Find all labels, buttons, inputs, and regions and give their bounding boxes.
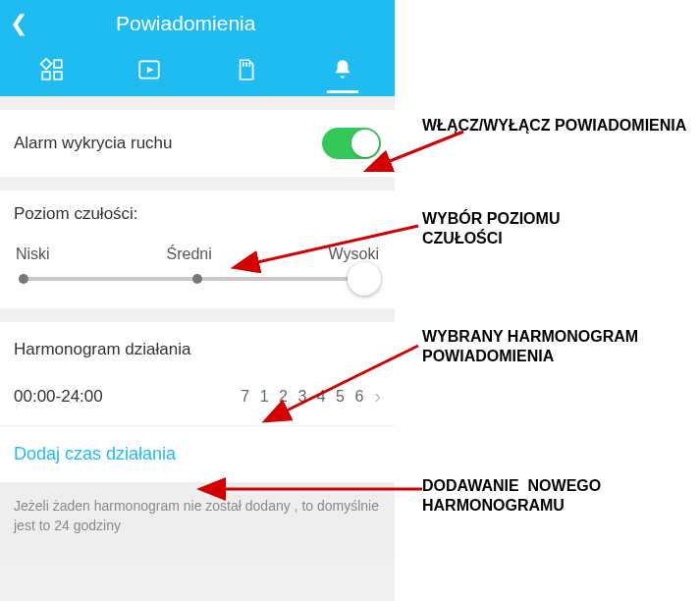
schedule-days-wrap: 7 1 2 3 4 5 6 › <box>241 385 381 408</box>
toggle-knob <box>351 130 379 157</box>
add-schedule-button[interactable]: Dodaj czas działania <box>0 426 395 482</box>
motion-alarm-row: Alarm wykrycia ruchu <box>0 110 395 177</box>
slider-tick-low <box>19 274 28 284</box>
tab-storage[interactable] <box>222 50 269 93</box>
svg-rect-1 <box>54 60 62 68</box>
sensitivity-block: Poziom czułości: Niski Średni Wysoki <box>0 191 395 308</box>
svg-line-10 <box>385 132 463 163</box>
play-icon <box>136 57 162 86</box>
grid-icon <box>39 57 65 86</box>
header: ❮ Powiadomienia <box>0 0 395 96</box>
gap <box>0 177 395 191</box>
sensitivity-low-label: Niski <box>16 246 50 263</box>
tab-notifications[interactable] <box>319 50 366 93</box>
annotation-schedule: WYBRANY HARMONOGRAM POWIADOMIENIA <box>422 327 638 366</box>
annotation-add: DODAWANIE NOWEGO HARMONOGRAMU <box>422 476 601 516</box>
phone-screen: ❮ Powiadomienia <box>0 0 395 601</box>
page-title: Powiadomienia <box>116 12 255 35</box>
schedule-days: 7 1 2 3 4 5 6 <box>241 388 366 406</box>
bell-icon <box>330 57 355 86</box>
svg-rect-0 <box>41 59 52 70</box>
svg-rect-3 <box>54 72 62 80</box>
sensitivity-high-label: Wysoki <box>329 246 379 263</box>
motion-alarm-label: Alarm wykrycia ruchu <box>14 134 173 153</box>
slider-tick-mid <box>192 274 202 284</box>
footer-note: Jeżeli żaden harmonogram nie został doda… <box>0 482 395 564</box>
chevron-right-icon: › <box>374 385 381 408</box>
gap <box>0 96 395 110</box>
title-row: ❮ Powiadomienia <box>0 0 395 47</box>
tab-bar <box>0 47 395 96</box>
sensitivity-title: Poziom czułości: <box>14 204 381 224</box>
sensitivity-slider[interactable] <box>24 277 371 281</box>
gap <box>0 308 395 322</box>
sd-card-icon <box>233 57 258 86</box>
schedule-range: 00:00-24:00 <box>14 387 103 407</box>
svg-marker-5 <box>147 67 154 74</box>
tab-playback[interactable] <box>126 50 173 93</box>
svg-rect-2 <box>43 72 51 80</box>
schedule-title: Harmonogram działania <box>0 322 395 365</box>
slider-thumb[interactable] <box>348 262 381 296</box>
schedule-block: Harmonogram działania 00:00-24:00 7 1 2 … <box>0 322 395 482</box>
back-button[interactable]: ❮ <box>10 11 39 36</box>
sensitivity-mid-label: Średni <box>167 246 212 263</box>
annotation-toggle: WŁĄCZ/WYŁĄCZ POWIADOMIENIA <box>422 116 686 136</box>
tab-grid[interactable] <box>28 50 76 93</box>
schedule-row[interactable]: 00:00-24:00 7 1 2 3 4 5 6 › <box>0 365 395 426</box>
annotation-sensitivity: WYBÓR POZIOMU CZUŁOŚCI <box>422 209 560 248</box>
sensitivity-labels: Niski Średni Wysoki <box>14 246 381 263</box>
motion-alarm-toggle[interactable] <box>322 128 381 159</box>
